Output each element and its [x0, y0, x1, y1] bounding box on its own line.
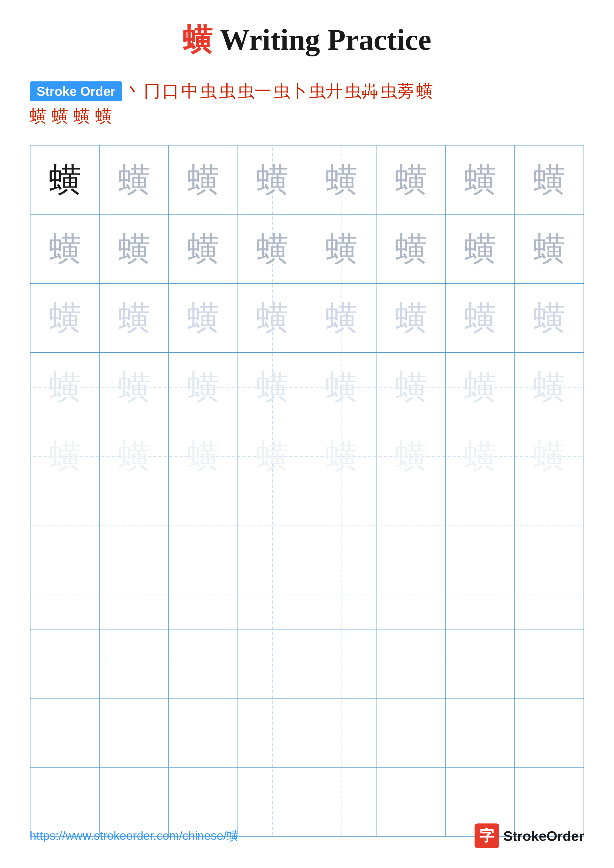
grid-cell[interactable]: 蟥	[307, 353, 376, 422]
footer: https://www.strokeorder.com/chinese/蟥 字 …	[30, 823, 584, 848]
grid-cell[interactable]: 蟥	[445, 353, 515, 422]
grid-cell[interactable]: 蟥	[515, 353, 584, 422]
stroke-char-16: 蟥	[95, 105, 112, 127]
page-title: 蟥 Writing Practice	[0, 0, 614, 75]
grid-cell[interactable]	[30, 698, 99, 767]
stroke-char-3: 口	[162, 80, 179, 102]
grid-cell[interactable]	[238, 698, 307, 767]
stroke-char-6: 虫	[219, 80, 236, 102]
grid-cell[interactable]	[238, 629, 307, 698]
grid-cell[interactable]	[307, 491, 376, 560]
grid-cell[interactable]: 蟥	[307, 284, 376, 353]
grid-cell[interactable]	[238, 491, 307, 560]
grid-cell[interactable]: 蟥	[99, 145, 168, 214]
grid-cell[interactable]	[169, 491, 238, 560]
grid-cell[interactable]: 蟥	[376, 214, 445, 283]
stroke-order-section: Stroke Order 丶 冂 口 中 虫 虫 虫一 虫卜 虫廾 虫芔 虫蒡 …	[0, 75, 614, 137]
grid-cell[interactable]: 蟥	[169, 284, 238, 353]
grid-cell[interactable]	[515, 629, 584, 698]
grid-cell[interactable]	[376, 629, 445, 698]
grid-cell[interactable]: 蟥	[169, 422, 238, 491]
grid-cell[interactable]: 蟥	[30, 353, 99, 422]
grid-cell[interactable]: 蟥	[376, 284, 445, 353]
grid-cell[interactable]	[99, 560, 168, 629]
grid-cell[interactable]	[445, 491, 515, 560]
grid-cell[interactable]: 蟥	[445, 145, 515, 214]
grid-cell[interactable]	[515, 491, 584, 560]
grid-cell[interactable]: 蟥	[99, 353, 168, 422]
footer-logo: 字 StrokeOrder	[474, 823, 584, 848]
grid-cell[interactable]: 蟥	[376, 422, 445, 491]
grid-cell[interactable]: 蟥	[30, 284, 99, 353]
grid-cell[interactable]: 蟥	[99, 284, 168, 353]
grid-cell[interactable]: 蟥	[169, 214, 238, 283]
writing-grid[interactable]: 蟥蟥蟥蟥蟥蟥蟥蟥蟥蟥蟥蟥蟥蟥蟥蟥蟥蟥蟥蟥蟥蟥蟥蟥蟥蟥蟥蟥蟥蟥蟥蟥蟥蟥蟥蟥蟥蟥蟥蟥	[30, 145, 584, 664]
footer-url[interactable]: https://www.strokeorder.com/chinese/蟥	[30, 828, 238, 844]
grid-cell[interactable]	[99, 491, 168, 560]
grid-cell[interactable]: 蟥	[515, 284, 584, 353]
stroke-char-9: 虫廾	[309, 80, 343, 102]
grid-cell[interactable]	[169, 698, 238, 767]
grid-cell[interactable]: 蟥	[515, 422, 584, 491]
grid-cell[interactable]: 蟥	[99, 422, 168, 491]
grid-cell[interactable]: 蟥	[169, 145, 238, 214]
grid-cell[interactable]	[376, 491, 445, 560]
grid-cell[interactable]: 蟥	[307, 145, 376, 214]
grid-cell[interactable]: 蟥	[238, 145, 307, 214]
grid-cell[interactable]	[445, 560, 515, 629]
grid-cell[interactable]: 蟥	[307, 422, 376, 491]
title-suffix: Writing Practice	[212, 23, 431, 56]
grid-cell[interactable]	[307, 560, 376, 629]
stroke-char-14: 蟥	[51, 105, 68, 127]
grid-cell[interactable]: 蟥	[515, 145, 584, 214]
footer-logo-icon: 字	[474, 823, 499, 848]
grid-cell[interactable]: 蟥	[169, 353, 238, 422]
grid-cell[interactable]	[30, 629, 99, 698]
grid-cell[interactable]	[99, 629, 168, 698]
stroke-order-row1: Stroke Order 丶 冂 口 中 虫 虫 虫一 虫卜 虫廾 虫芔 虫蒡 …	[30, 80, 584, 102]
grid-cell[interactable]	[445, 629, 515, 698]
stroke-char-10: 虫芔	[345, 80, 378, 102]
stroke-char-1: 丶	[125, 80, 141, 102]
stroke-order-badge[interactable]: Stroke Order	[30, 81, 122, 101]
grid-cell[interactable]: 蟥	[238, 422, 307, 491]
stroke-char-2: 冂	[144, 80, 160, 102]
stroke-char-7: 虫一	[238, 80, 272, 102]
stroke-char-4: 中	[181, 80, 198, 102]
grid-cell[interactable]: 蟥	[376, 353, 445, 422]
stroke-char-5: 虫	[200, 80, 217, 102]
grid-cell[interactable]: 蟥	[445, 214, 515, 283]
grid-cell[interactable]	[515, 560, 584, 629]
grid-cell[interactable]	[30, 491, 99, 560]
grid-cell[interactable]	[30, 560, 99, 629]
grid-cell[interactable]: 蟥	[238, 214, 307, 283]
grid-cell[interactable]	[445, 698, 515, 767]
stroke-char-15: 蟥	[73, 105, 90, 127]
footer-logo-char: 字	[479, 826, 494, 846]
grid-cell[interactable]: 蟥	[445, 422, 515, 491]
grid-cell[interactable]	[169, 629, 238, 698]
grid-cell[interactable]	[307, 698, 376, 767]
grid-cell[interactable]: 蟥	[238, 284, 307, 353]
grid-cell[interactable]	[307, 629, 376, 698]
stroke-char-12: 蟥	[416, 80, 433, 102]
grid-cell[interactable]: 蟥	[238, 353, 307, 422]
grid-cell[interactable]: 蟥	[99, 214, 168, 283]
stroke-chars-row2: 蟥 蟥 蟥 蟥	[30, 105, 584, 127]
grid-cell[interactable]	[515, 698, 584, 767]
grid-cell[interactable]: 蟥	[376, 145, 445, 214]
grid-cell[interactable]: 蟥	[445, 284, 515, 353]
grid-cell[interactable]	[238, 560, 307, 629]
grid-cell[interactable]: 蟥	[515, 214, 584, 283]
grid-cell[interactable]: 蟥	[30, 422, 99, 491]
grid-cell[interactable]: 蟥	[30, 214, 99, 283]
grid-cell[interactable]	[376, 560, 445, 629]
stroke-char-11: 虫蒡	[381, 80, 414, 102]
grid-cell[interactable]: 蟥	[307, 214, 376, 283]
grid-cell[interactable]	[99, 698, 168, 767]
grid-cell[interactable]	[169, 560, 238, 629]
footer-logo-text: StrokeOrder	[503, 828, 584, 844]
grid-cell[interactable]	[376, 698, 445, 767]
grid-cell[interactable]: 蟥	[30, 145, 99, 214]
stroke-char-8: 虫卜	[274, 80, 307, 102]
